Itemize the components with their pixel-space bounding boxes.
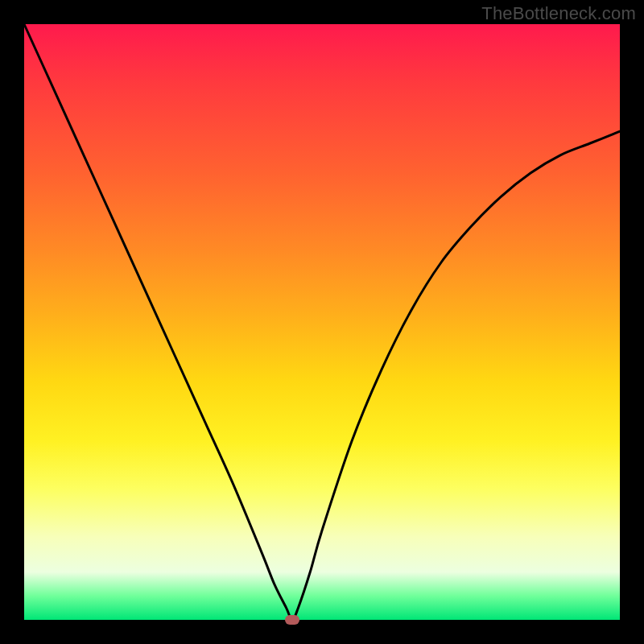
bottleneck-curve (24, 24, 620, 620)
watermark-text: TheBottleneck.com (481, 3, 636, 24)
chart-plot-area (24, 24, 620, 620)
optimal-point-marker (285, 615, 299, 625)
chart-frame: TheBottleneck.com (0, 0, 644, 644)
curve-path (24, 24, 620, 620)
